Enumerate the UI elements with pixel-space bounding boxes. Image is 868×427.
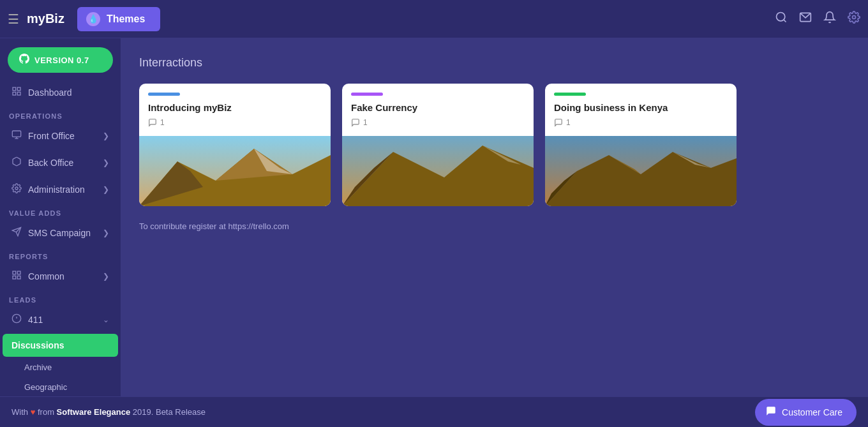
card-image: T Tega Uchumi : Alerts Trello	[342, 136, 534, 206]
svg-rect-5	[17, 87, 20, 91]
operations-section-label: OPERATIONS	[0, 106, 121, 123]
card-doing-business: Doing business in Kenya 1	[545, 84, 737, 206]
heart-icon: ♥	[31, 407, 36, 417]
search-icon[interactable]	[775, 11, 788, 27]
card-accent-bar	[148, 93, 180, 96]
sidebar-item-dashboard[interactable]: Dashboard	[3, 80, 118, 105]
mail-icon[interactable]	[799, 11, 812, 27]
card-image: T Tega Uchumi : Regulations Trello	[545, 136, 737, 206]
common-icon	[11, 270, 22, 283]
sidebar-item-sms-campaign[interactable]: SMS Campaign ❯	[3, 220, 118, 246]
svg-point-0	[777, 13, 785, 21]
comment-count: 1	[363, 118, 368, 127]
svg-rect-8	[12, 131, 20, 137]
svg-rect-6	[13, 92, 16, 95]
chevron-right-icon: ❯	[103, 158, 109, 167]
card-introducing-mybiz: Introducing myBiz 1	[139, 84, 331, 206]
topbar: ☰ myBiz 💧 Themes	[0, 0, 868, 38]
chevron-right-icon: ❯	[103, 272, 109, 281]
comment-count: 1	[566, 118, 571, 127]
administration-icon	[11, 183, 22, 196]
chevron-right-icon: ❯	[103, 131, 109, 140]
gear-icon[interactable]	[848, 11, 860, 27]
sidebar-item-label: Administration	[28, 184, 85, 195]
themes-button[interactable]: 💧 Themes	[77, 7, 160, 31]
card-fake-currency: Fake Currency 1	[342, 84, 534, 206]
svg-point-11	[15, 187, 18, 190]
github-icon	[19, 54, 29, 66]
svg-point-3	[853, 16, 856, 19]
svg-line-1	[784, 20, 786, 22]
chevron-right-icon: ❯	[103, 185, 109, 194]
sidebar-item-label: 411	[28, 315, 43, 325]
footer-brand: Software Elegance	[57, 407, 131, 417]
svg-rect-17	[17, 276, 20, 279]
sidebar-item-back-office[interactable]: Back Office ❯	[3, 150, 118, 176]
version-button[interactable]: VERSION 0.7	[8, 47, 113, 73]
version-label: VERSION 0.7	[34, 56, 89, 65]
sidebar-item-front-office[interactable]: Front Office ❯	[3, 123, 118, 149]
footer-from: from	[38, 407, 54, 417]
customer-care-button[interactable]: Customer Care	[755, 399, 857, 426]
topbar-icons	[775, 11, 860, 27]
reports-section-label: REPORTS	[0, 246, 121, 263]
chevron-down-icon: ⌄	[103, 315, 109, 324]
themes-drop-icon: 💧	[86, 12, 100, 26]
sms-campaign-icon	[11, 227, 22, 239]
section-title: Interractions	[139, 56, 850, 70]
footer-prefix: With	[11, 407, 28, 417]
svg-rect-16	[13, 276, 16, 279]
card-comments: 1	[554, 118, 728, 127]
svg-rect-4	[13, 87, 16, 91]
front-office-icon	[11, 130, 22, 142]
card-title: Doing business in Kenya	[554, 102, 728, 113]
comment-count: 1	[160, 118, 165, 127]
sidebar-item-label: Back Office	[28, 158, 73, 168]
back-office-icon	[11, 156, 22, 169]
value-adds-section-label: VALUE ADDS	[0, 203, 121, 220]
sidebar-item-label: Archive	[24, 363, 52, 372]
contribute-text: To contribute register at https://trello…	[139, 221, 850, 231]
card-accent-bar	[351, 93, 383, 96]
sidebar-item-label: Dashboard	[28, 87, 72, 98]
sidebar: VERSION 0.7 Dashboard OPERATIONS Front O…	[0, 38, 121, 396]
hamburger-icon[interactable]: ☰	[8, 11, 19, 27]
sidebar-item-discussions[interactable]: Discussions	[3, 334, 118, 357]
sidebar-item-411[interactable]: 411 ⌄	[3, 307, 118, 333]
sidebar-item-label: Front Office	[28, 131, 75, 141]
sidebar-item-label: SMS Campaign	[28, 228, 91, 238]
411-icon	[11, 313, 22, 326]
footer-suffix: 2019. Beta Release	[133, 407, 206, 417]
card-title: Fake Currency	[351, 102, 525, 113]
sidebar-item-label: Common	[28, 271, 64, 281]
dashboard-icon	[11, 86, 22, 99]
layout: VERSION 0.7 Dashboard OPERATIONS Front O…	[0, 38, 868, 396]
sidebar-item-label: Geographic	[24, 382, 67, 392]
bell-icon[interactable]	[823, 11, 836, 27]
sidebar-item-archive[interactable]: Archive	[0, 357, 121, 377]
themes-label: Themes	[107, 13, 145, 25]
sidebar-item-common[interactable]: Common ❯	[3, 264, 118, 289]
svg-rect-7	[17, 92, 20, 95]
svg-rect-15	[17, 271, 20, 274]
footer: With ♥ from Software Elegance 2019. Beta…	[0, 396, 868, 427]
app-logo: myBiz	[27, 11, 64, 26]
card-title: Introducing myBiz	[148, 102, 322, 113]
sidebar-item-geographic[interactable]: Geographic	[0, 377, 121, 396]
chat-icon	[765, 405, 777, 419]
card-comments: 1	[148, 118, 322, 127]
card-image: T Tega Uchumi : Classifieds Trello	[139, 136, 331, 206]
card-comments: 1	[351, 118, 525, 127]
leads-section-label: LEADS	[0, 290, 121, 306]
customer-care-label: Customer Care	[782, 407, 842, 417]
sidebar-item-label: Discussions	[11, 340, 64, 350]
sidebar-item-administration[interactable]: Administration ❯	[3, 177, 118, 202]
main-content: Interractions Introducing myBiz 1	[121, 38, 868, 396]
chevron-right-icon: ❯	[103, 228, 109, 237]
svg-rect-14	[13, 271, 16, 274]
card-accent-bar	[554, 93, 586, 96]
cards-row: Introducing myBiz 1	[139, 84, 850, 206]
